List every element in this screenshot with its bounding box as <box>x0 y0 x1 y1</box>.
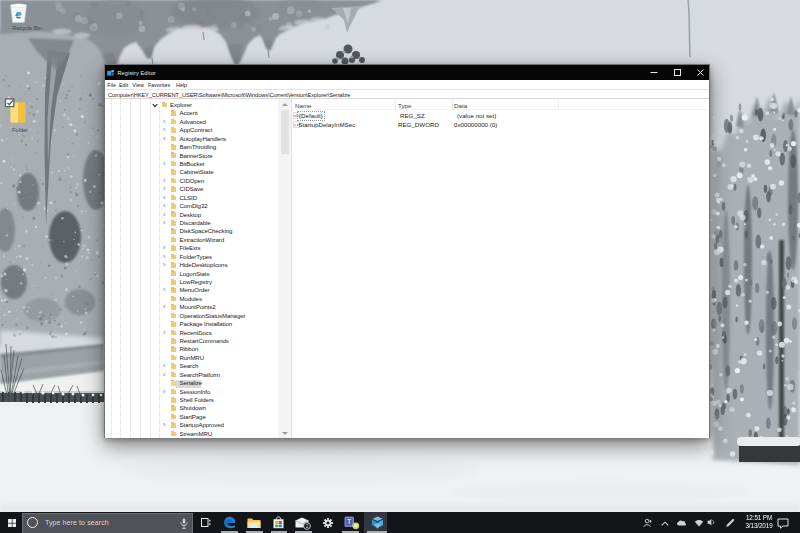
svg-text:2: 2 <box>306 523 309 529</box>
svg-text:T: T <box>347 518 352 525</box>
